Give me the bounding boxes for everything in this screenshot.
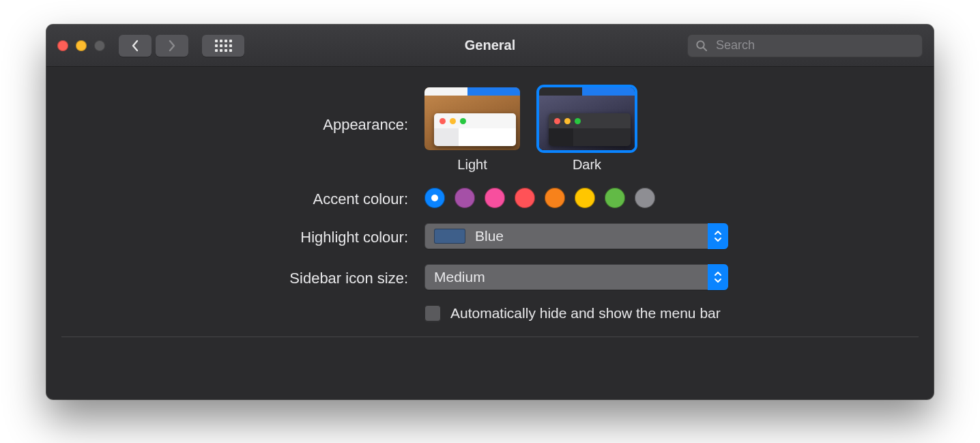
popup-stepper-icon xyxy=(708,223,728,249)
appearance-option-light[interactable]: Light xyxy=(424,87,520,173)
search-icon xyxy=(695,40,708,52)
accent-swatch-pink[interactable] xyxy=(485,188,505,208)
toolbar: General xyxy=(46,25,934,67)
appearance-options: Light Dark xyxy=(424,87,635,173)
search-field[interactable] xyxy=(687,34,923,57)
appearance-thumb-light xyxy=(424,87,520,150)
window-controls xyxy=(57,40,105,51)
svg-line-1 xyxy=(704,47,707,51)
appearance-option-light-label: Light xyxy=(457,157,487,173)
menubar-autohide-row: Automatically hide and show the menu bar xyxy=(115,305,865,321)
popup-stepper-icon xyxy=(708,264,728,290)
sidebar-icon-row: Sidebar icon size: Medium xyxy=(115,264,865,290)
search-input[interactable] xyxy=(715,38,914,53)
chevron-left-icon xyxy=(131,40,139,52)
highlight-colour-popup[interactable]: Blue xyxy=(424,223,728,249)
highlight-label: Highlight colour: xyxy=(115,226,408,246)
sidebar-icon-label: Sidebar icon size: xyxy=(115,267,408,287)
back-button[interactable] xyxy=(119,35,152,57)
sidebar-icon-size-popup[interactable]: Medium xyxy=(424,264,728,290)
menubar-autohide-label: Automatically hide and show the menu bar xyxy=(450,305,721,321)
grid-icon xyxy=(215,40,232,52)
accent-swatch-blue[interactable] xyxy=(424,188,445,208)
pane-body: Appearance: Light xyxy=(46,67,934,356)
accent-swatch-orange[interactable] xyxy=(545,188,565,208)
appearance-option-dark-label: Dark xyxy=(573,157,601,173)
highlight-colour-value: Blue xyxy=(475,228,504,244)
appearance-label: Appearance: xyxy=(115,87,408,134)
close-window-button[interactable] xyxy=(57,40,68,51)
accent-swatch-yellow[interactable] xyxy=(575,188,595,208)
forward-button[interactable] xyxy=(156,35,188,57)
accent-swatch-green[interactable] xyxy=(605,188,625,208)
minimize-window-button[interactable] xyxy=(76,40,87,51)
accent-swatch-graphite[interactable] xyxy=(635,188,655,208)
appearance-thumb-dark xyxy=(539,87,635,150)
accent-swatch-red[interactable] xyxy=(515,188,535,208)
nav-group xyxy=(119,35,244,57)
show-all-button[interactable] xyxy=(202,35,244,57)
preferences-window: General Appearance: xyxy=(46,25,934,399)
accent-swatch-purple[interactable] xyxy=(455,188,475,208)
sidebar-icon-size-value: Medium xyxy=(434,269,485,285)
chevron-right-icon xyxy=(168,40,176,52)
menubar-autohide-checkbox[interactable] xyxy=(424,305,441,321)
section-divider xyxy=(61,337,919,356)
highlight-row: Highlight colour: Blue xyxy=(115,223,865,249)
menubar-autohide-control[interactable]: Automatically hide and show the menu bar xyxy=(424,305,721,321)
accent-row: Accent colour: xyxy=(115,188,865,208)
appearance-option-dark[interactable]: Dark xyxy=(539,87,635,173)
zoom-window-button[interactable] xyxy=(94,40,105,51)
highlight-colour-chip xyxy=(434,229,465,244)
accent-label: Accent colour: xyxy=(115,188,408,208)
appearance-row: Appearance: Light xyxy=(115,87,865,173)
accent-swatches xyxy=(424,188,655,208)
